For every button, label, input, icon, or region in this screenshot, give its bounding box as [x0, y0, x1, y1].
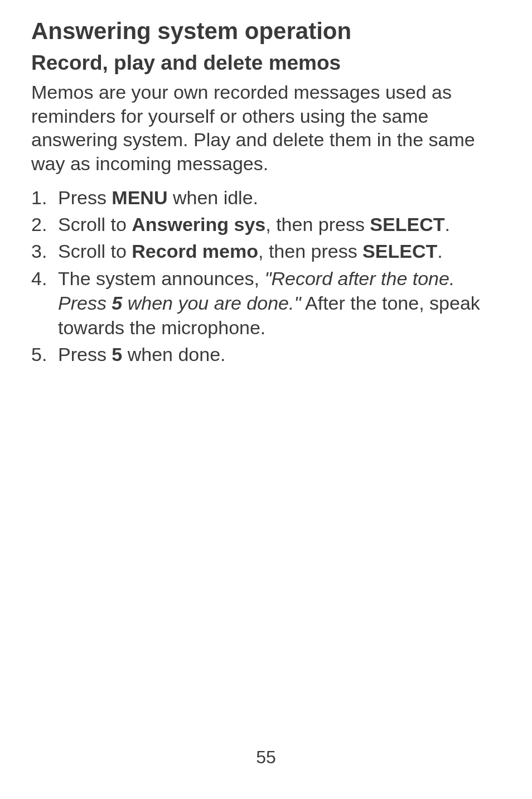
step-bold: Record memo — [132, 240, 258, 262]
steps-list: Press MENU when idle. Scroll to Answerin… — [31, 185, 501, 367]
step-text: , then press — [265, 214, 370, 235]
step-text: Scroll to — [58, 240, 132, 262]
step-italic: when you are done." — [122, 292, 301, 314]
step-text: when done. — [122, 344, 225, 365]
page-number: 55 — [0, 747, 532, 768]
step-bold: SELECT — [362, 240, 437, 262]
step-3: Scroll to Record memo, then press SELECT… — [31, 239, 501, 263]
step-text: Scroll to — [58, 214, 132, 235]
step-5: Press 5 when done. — [31, 342, 501, 367]
step-text: . — [444, 214, 449, 235]
step-4: The system announces, "Record after the … — [31, 266, 501, 340]
step-1: Press MENU when idle. — [31, 185, 501, 210]
step-2: Scroll to Answering sys, then press SELE… — [31, 212, 501, 237]
step-text: when idle. — [167, 187, 258, 208]
page-title: Answering system operation — [31, 18, 501, 45]
step-text: Press — [58, 344, 112, 365]
step-text: The system announces, — [58, 268, 264, 289]
step-bold: 5 — [112, 344, 122, 365]
step-bold: MENU — [112, 187, 167, 208]
step-text: . — [437, 240, 442, 262]
step-bold-italic: 5 — [112, 292, 122, 314]
step-text: , then press — [258, 240, 362, 262]
section-heading: Record, play and delete memos — [31, 51, 501, 75]
step-text: Press — [58, 187, 112, 208]
step-bold: SELECT — [370, 214, 444, 235]
step-bold: Answering sys — [132, 214, 265, 235]
intro-paragraph: Memos are your own recorded messages use… — [31, 80, 501, 175]
